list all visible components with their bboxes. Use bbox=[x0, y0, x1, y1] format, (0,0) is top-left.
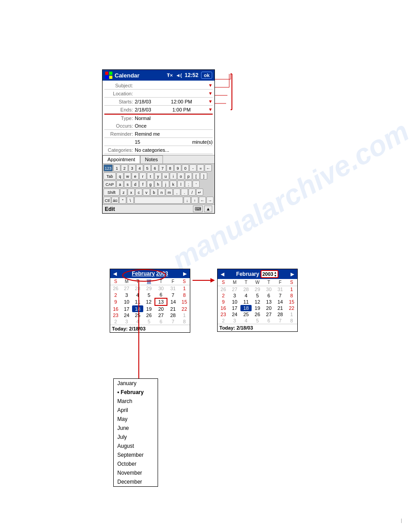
cal-day[interactable]: 29 bbox=[252, 286, 263, 293]
cal-day[interactable]: 9 bbox=[218, 299, 229, 305]
cal-day[interactable]: 2 bbox=[110, 318, 121, 325]
cal-day[interactable]: 28 bbox=[240, 286, 252, 293]
cal-day[interactable]: 4 bbox=[132, 292, 143, 298]
kb-key-cap[interactable]: CAP bbox=[103, 180, 116, 188]
kb-key-right[interactable]: → bbox=[206, 197, 214, 204]
cal-day[interactable]: 15 bbox=[179, 298, 190, 305]
kb-key-5[interactable]: 5 bbox=[144, 164, 151, 172]
cal-day[interactable]: 28 bbox=[167, 312, 179, 318]
kb-key-lbracket[interactable]: [ bbox=[193, 172, 200, 180]
cal-day[interactable]: 29 bbox=[143, 285, 155, 292]
ok-button[interactable]: ok bbox=[201, 72, 212, 79]
cal-day[interactable]: 1 bbox=[286, 311, 297, 317]
month-item-feb[interactable]: February bbox=[114, 388, 158, 397]
keyboard-icon[interactable]: ⌨ bbox=[193, 206, 203, 212]
month-item-oct[interactable]: October bbox=[114, 459, 158, 468]
kb-key-e[interactable]: e bbox=[132, 172, 139, 180]
cal-day[interactable]: 17 bbox=[121, 305, 133, 312]
cal-day[interactable]: 6 bbox=[263, 317, 274, 324]
kb-key-equals[interactable]: = bbox=[197, 164, 204, 172]
cal-day[interactable]: 28 bbox=[132, 285, 143, 292]
location-value[interactable]: ▼ bbox=[135, 91, 213, 96]
cal-day[interactable]: 4 bbox=[240, 292, 252, 299]
cal-day[interactable]: 6 bbox=[155, 318, 167, 325]
kb-key-dquote[interactable]: " bbox=[119, 197, 126, 204]
cal-day[interactable]: 27 bbox=[121, 285, 133, 292]
year-spinner[interactable]: ▲ ▼ bbox=[274, 271, 277, 277]
kb-key-2[interactable]: 2 bbox=[121, 164, 128, 172]
cal-day[interactable]: 24 bbox=[121, 312, 133, 318]
cal-day[interactable]: 5 bbox=[252, 292, 263, 299]
tab-appointment[interactable]: Appointment bbox=[103, 155, 140, 163]
cal-day[interactable]: 3 bbox=[121, 292, 133, 298]
cal-day[interactable]: 13 bbox=[263, 299, 274, 305]
ends-dropdown-arrow[interactable]: ▼ bbox=[208, 107, 213, 112]
kb-key-h[interactable]: h bbox=[154, 180, 162, 188]
scroll-icon[interactable]: ▲ bbox=[204, 206, 212, 212]
kb-key-s[interactable]: s bbox=[124, 180, 131, 188]
kb-key-p[interactable]: p bbox=[185, 172, 192, 180]
kb-key-period[interactable]: . bbox=[181, 189, 188, 196]
cal-day[interactable]: 5 bbox=[143, 292, 155, 298]
ends-time[interactable]: 1:00 PM bbox=[172, 107, 191, 112]
kb-key-left[interactable]: ← bbox=[199, 197, 206, 204]
cal-day[interactable]: 11 bbox=[240, 299, 252, 305]
kb-key-3[interactable]: 3 bbox=[128, 164, 136, 172]
tab-notes[interactable]: Notes bbox=[140, 155, 163, 163]
kb-key-w[interactable]: w bbox=[124, 172, 131, 180]
cal-day[interactable]: 30 bbox=[155, 285, 167, 292]
cal-day[interactable]: 23 bbox=[218, 311, 229, 317]
kb-key-comma[interactable]: , bbox=[173, 189, 180, 196]
kb-key-7[interactable]: 7 bbox=[159, 164, 166, 172]
month-item-aug[interactable]: August bbox=[114, 442, 158, 450]
cal-day[interactable]: 26 bbox=[110, 285, 121, 292]
subject-input[interactable] bbox=[135, 83, 204, 88]
kb-key-f[interactable]: f bbox=[139, 180, 146, 188]
cal-day[interactable]: 19 bbox=[252, 305, 263, 311]
cal-left-next-btn[interactable]: ► bbox=[182, 270, 188, 277]
cal-day[interactable]: 2 bbox=[218, 317, 229, 324]
cal-right-month[interactable]: February bbox=[236, 271, 259, 277]
cal-day[interactable]: 3 bbox=[121, 318, 133, 325]
cal-left-year[interactable]: 2003 bbox=[156, 270, 168, 277]
subject-value[interactable]: ▼ bbox=[135, 83, 213, 88]
cal-day[interactable]: 20 bbox=[155, 305, 167, 312]
starts-dropdown-arrow[interactable]: ▼ bbox=[208, 99, 213, 104]
cal-day[interactable]: 25 bbox=[132, 312, 143, 318]
kb-key-y[interactable]: y bbox=[154, 172, 162, 180]
year-up-btn[interactable]: ▲ bbox=[274, 271, 277, 274]
cal-day[interactable]: 11 bbox=[132, 298, 143, 305]
kb-key-ctrl[interactable]: Ctl bbox=[103, 197, 111, 204]
month-item-nov[interactable]: November bbox=[114, 468, 158, 477]
cal-right-year-value[interactable]: 2003 bbox=[262, 271, 273, 277]
year-down-btn[interactable]: ▼ bbox=[274, 274, 277, 277]
cal-day[interactable]: 31 bbox=[167, 285, 179, 292]
kb-key-semicolon[interactable]: ; bbox=[185, 180, 192, 188]
cal-day-selected[interactable]: 18 bbox=[132, 305, 143, 312]
cal-day[interactable]: 10 bbox=[229, 299, 240, 305]
kb-key-backslash[interactable]: \ bbox=[127, 197, 134, 204]
cal-day[interactable]: 2 bbox=[218, 292, 229, 299]
cal-day[interactable]: 17 bbox=[229, 305, 240, 311]
cal-day[interactable]: 4 bbox=[132, 318, 143, 325]
cal-day[interactable]: 22 bbox=[286, 305, 297, 311]
kb-key-r[interactable]: r bbox=[139, 172, 146, 180]
kb-key-o[interactable]: o bbox=[177, 172, 184, 180]
cal-day[interactable]: 21 bbox=[167, 305, 179, 312]
ends-date[interactable]: 2/18/03 bbox=[135, 107, 151, 112]
cal-day[interactable]: 23 bbox=[110, 312, 121, 318]
type-value[interactable]: Normal bbox=[135, 116, 213, 121]
cal-day[interactable]: 26 bbox=[218, 286, 229, 293]
kb-key-down[interactable]: ↓ bbox=[184, 197, 191, 204]
cal-day[interactable]: 15 bbox=[286, 299, 297, 305]
kb-key-g[interactable]: g bbox=[147, 180, 154, 188]
cal-day[interactable]: 14 bbox=[167, 298, 179, 305]
cal-day[interactable]: 20 bbox=[263, 305, 274, 311]
cal-day[interactable]: 7 bbox=[274, 292, 286, 299]
cal-day[interactable]: 8 bbox=[179, 292, 190, 298]
cal-right-prev-btn[interactable]: ◄ bbox=[219, 270, 226, 278]
kb-key-enter[interactable]: ↵ bbox=[196, 189, 203, 196]
cal-day[interactable]: 24 bbox=[229, 311, 240, 317]
kb-key-4[interactable]: 4 bbox=[136, 164, 143, 172]
kb-key-intl[interactable]: áü bbox=[111, 197, 119, 204]
